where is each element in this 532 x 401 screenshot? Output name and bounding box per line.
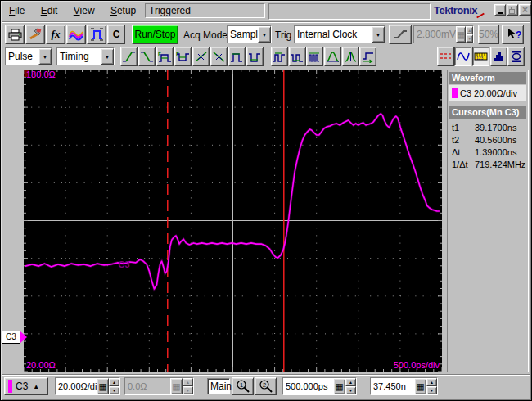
meas-burst-width-button[interactable] bbox=[306, 47, 323, 66]
meas-fall-time-button[interactable] bbox=[138, 47, 156, 66]
set-level-50-button[interactable]: 50% bbox=[478, 25, 499, 44]
meas-rise-time-button[interactable] bbox=[120, 47, 138, 66]
waveform-display-button[interactable] bbox=[454, 47, 471, 66]
clear-c-icon: C bbox=[113, 29, 120, 40]
meas-positive-width-button[interactable]: F bbox=[156, 47, 174, 66]
spin-up-icon[interactable]: ▲ bbox=[426, 378, 437, 386]
voffset-keypad-icon[interactable]: ▦ bbox=[170, 378, 183, 394]
zoom-2-button[interactable]: 2 bbox=[255, 377, 277, 395]
meas-positive-pulse-button[interactable] bbox=[228, 47, 246, 66]
horizontal-position-field[interactable]: 37.450n bbox=[371, 378, 414, 394]
cursor-name: Δt bbox=[449, 147, 475, 157]
spin-up-icon[interactable]: ▲ bbox=[109, 378, 119, 386]
trigger-status-box: Triggered bbox=[145, 3, 265, 18]
meas-burst-width-icon bbox=[308, 51, 322, 63]
spin-down-icon[interactable]: ▼ bbox=[426, 386, 437, 394]
spin-down-icon[interactable]: ▼ bbox=[183, 386, 193, 394]
vertical-scale-field[interactable]: 20.00Ω/di bbox=[56, 378, 97, 394]
menu-setup[interactable]: Setup bbox=[104, 2, 142, 18]
print-button[interactable] bbox=[5, 25, 25, 44]
cursor-row-t2: t2 40.5600ns bbox=[449, 133, 526, 146]
meas-negative-pulse-icon bbox=[248, 51, 262, 63]
scope-application-window: File Edit View Setup Utilities Help Trig… bbox=[0, 0, 532, 401]
menu-bar: File Edit View Setup Utilities Help Trig… bbox=[2, 2, 530, 20]
meas-delay-button[interactable] bbox=[359, 47, 376, 66]
channel-select-button[interactable]: C3 ▲ bbox=[4, 377, 48, 395]
hpos-keypad-icon[interactable]: ▦ bbox=[414, 378, 426, 394]
mask-test-button[interactable] bbox=[507, 47, 525, 66]
meas-category-dropdown-icon[interactable]: ▼ bbox=[38, 48, 52, 65]
spin-up-icon[interactable]: ▲ bbox=[183, 378, 193, 386]
meas-group-dropdown-icon[interactable]: ▼ bbox=[101, 48, 114, 65]
svg-text:1: 1 bbox=[239, 381, 242, 389]
pulse-icon bbox=[90, 28, 104, 41]
magnifier-2-icon: 2 bbox=[258, 380, 274, 393]
meas-group-select[interactable]: Timing ▼ bbox=[56, 47, 115, 65]
histogram-button[interactable] bbox=[490, 47, 507, 66]
graticule-area[interactable]: C3 180.0Ω 20.00Ω 500.0ps/div bbox=[24, 70, 442, 372]
spin-down-icon[interactable]: ▼ bbox=[466, 34, 473, 43]
trig-source-value: Internal Clock bbox=[295, 26, 372, 43]
tektronix-logo: Tektronix bbox=[434, 4, 493, 17]
channel-marker-arrow-icon bbox=[20, 331, 27, 343]
trig-level-spinner[interactable]: ▲ ▼ bbox=[466, 26, 473, 43]
pulse-acquire-button[interactable] bbox=[87, 25, 106, 44]
horizontal-scale-field[interactable]: 500.000ps bbox=[283, 378, 333, 394]
meas-peak-area-button[interactable] bbox=[342, 47, 359, 66]
spin-down-icon[interactable]: ▼ bbox=[345, 386, 356, 394]
hpos-spinner[interactable]: ▲ ▼ bbox=[426, 378, 437, 394]
meas-peak-area-icon bbox=[344, 51, 358, 63]
cursor-row-inv-dt: 1/Δt 719.424MHz bbox=[449, 158, 526, 170]
menu-edit[interactable]: Edit bbox=[34, 2, 65, 18]
utilities-tools-button[interactable] bbox=[25, 25, 45, 44]
voffset-spinner[interactable]: ▲ ▼ bbox=[183, 378, 193, 394]
spin-up-icon[interactable]: ▲ bbox=[466, 26, 473, 34]
popup-arrow-icon: ▲ bbox=[33, 383, 39, 390]
waveform-selected-row[interactable]: C3 20.00Ω/div bbox=[449, 85, 526, 101]
run-stop-button[interactable]: Run/Stop bbox=[132, 25, 178, 44]
measurement-fx-button[interactable]: fx bbox=[46, 25, 65, 44]
vertical-offset-field[interactable]: 0.0Ω bbox=[125, 378, 170, 394]
spin-up-icon[interactable]: ▲ bbox=[345, 378, 356, 386]
close-button[interactable]: × bbox=[519, 4, 531, 16]
channel-marker[interactable]: C3 bbox=[2, 331, 29, 344]
meas-period-button[interactable] bbox=[271, 47, 288, 66]
run-stop-label: Run/Stop bbox=[134, 29, 175, 40]
meas-negative-width-button[interactable]: F bbox=[174, 47, 192, 66]
vscale-keypad-icon[interactable]: ▦ bbox=[97, 378, 109, 394]
meas-rising-cross-button[interactable] bbox=[192, 47, 210, 66]
hscale-spinner[interactable]: ▲ ▼ bbox=[345, 378, 356, 394]
meas-positive-peak-button[interactable] bbox=[324, 47, 341, 66]
acq-mode-dropdown-icon[interactable]: ▼ bbox=[258, 26, 271, 43]
trig-source-select[interactable]: Internal Clock ▼ bbox=[294, 25, 385, 43]
cursor-value: 39.1700ns bbox=[475, 123, 516, 133]
waveform-math-button[interactable] bbox=[66, 25, 86, 44]
horizontal-position-group: 37.450n ▦ ▲ ▼ bbox=[370, 377, 438, 395]
acq-mode-select[interactable]: Sample ▼ bbox=[227, 25, 272, 43]
meas-category-select[interactable]: Pulse ▼ bbox=[5, 47, 52, 65]
trig-source-dropdown-icon[interactable]: ▼ bbox=[372, 26, 385, 43]
menu-view[interactable]: View bbox=[67, 2, 101, 18]
trig-slope-button[interactable] bbox=[389, 25, 412, 44]
vscale-spinner[interactable]: ▲ ▼ bbox=[109, 378, 119, 394]
channel-select-label: C3 bbox=[16, 381, 28, 392]
zoom-1-button[interactable]: 1 bbox=[232, 377, 254, 395]
meas-positive-width-icon: F bbox=[158, 51, 172, 63]
channel-color-stripe bbox=[8, 380, 12, 393]
context-help-button[interactable]: ? bbox=[502, 25, 524, 44]
cursors-button[interactable] bbox=[437, 47, 454, 66]
restore-button[interactable] bbox=[507, 4, 518, 16]
clear-button[interactable]: C bbox=[107, 25, 125, 44]
meas-frequency-button[interactable] bbox=[289, 47, 306, 66]
meas-negative-pulse-button[interactable] bbox=[246, 47, 264, 66]
hscale-keypad-icon[interactable]: ▦ bbox=[333, 378, 345, 394]
trig-level-keypad-icon[interactable]: ▦ bbox=[456, 26, 466, 43]
readout-button[interactable]: 123 bbox=[472, 47, 489, 66]
spin-down-icon[interactable]: ▼ bbox=[109, 386, 119, 394]
cursor-name: t1 bbox=[449, 123, 475, 133]
trig-level-field[interactable]: 2.800mV bbox=[414, 26, 456, 43]
menu-file[interactable]: File bbox=[2, 2, 31, 18]
meas-falling-cross-button[interactable] bbox=[210, 47, 228, 66]
timebase-field[interactable]: Main bbox=[207, 378, 230, 394]
minimize-button[interactable] bbox=[494, 4, 506, 16]
